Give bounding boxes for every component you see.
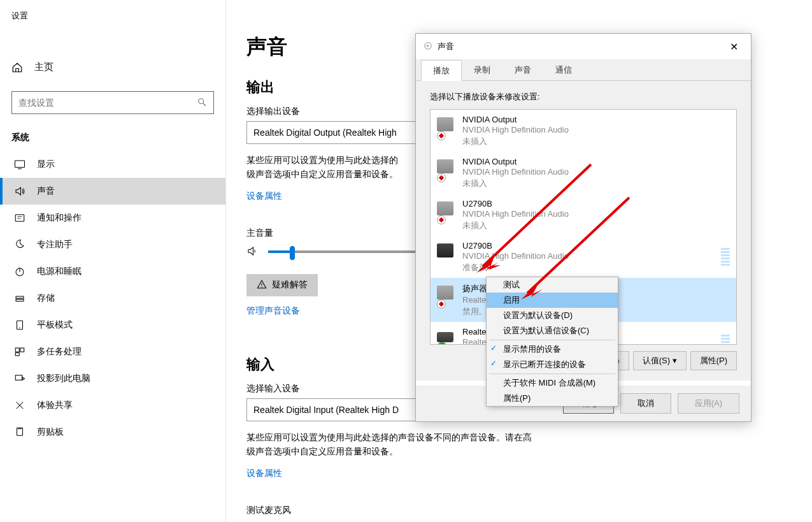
- app-title: 设置: [0, 0, 225, 32]
- sidebar-item-8[interactable]: 投影到此电脑: [0, 365, 225, 392]
- context-menu: 测试启用设置为默认设备(D)设置为默认通信设备(C)✓显示禁用的设备✓显示已断开…: [486, 277, 618, 407]
- cancel-button[interactable]: 取消: [620, 393, 671, 414]
- sidebar-item-5[interactable]: 存储: [0, 285, 225, 312]
- device-item-2[interactable]: U2790BNVIDIA High Definition Audio未插入: [431, 194, 736, 236]
- dialog-titlebar: 声音 ✕: [416, 34, 751, 59]
- input-properties-link[interactable]: 设备属性: [246, 468, 282, 479]
- svg-rect-2: [15, 161, 25, 168]
- level-meter-icon: [721, 248, 730, 266]
- nav-label: 投影到此电脑: [37, 373, 90, 384]
- input-desc: 某些应用可以设置为使用与此处选择的声音设备不同的声音设备。请在高级声音选项中自定…: [246, 430, 578, 459]
- close-icon[interactable]: ✕: [725, 38, 743, 55]
- device-sub: NVIDIA High Definition Audio未插入: [462, 208, 730, 231]
- svg-rect-16: [15, 375, 22, 381]
- ctx-separator: [489, 373, 615, 374]
- device-item-0[interactable]: NVIDIA OutputNVIDIA High Definition Audi…: [431, 110, 736, 152]
- nav-label: 通知和操作: [37, 212, 82, 224]
- ctx-item-0[interactable]: 测试: [487, 277, 618, 293]
- device-name: NVIDIA Output: [462, 115, 730, 124]
- device-sub: NVIDIA High Definition Audio未插入: [462, 124, 730, 147]
- device-icon: [437, 199, 456, 224]
- home-icon: [11, 62, 23, 73]
- device-icon: [437, 157, 456, 182]
- nav-icon-6: [14, 319, 25, 331]
- sidebar-item-2[interactable]: 通知和操作: [0, 205, 225, 231]
- ctx-item-5[interactable]: ✓显示禁用的设备: [487, 342, 618, 357]
- sidebar-item-1[interactable]: 声音: [0, 178, 225, 205]
- device-sub: NVIDIA High Definition Audio未插入: [462, 166, 730, 189]
- output-properties-link[interactable]: 设备属性: [246, 191, 282, 202]
- properties-button[interactable]: 属性(P): [690, 351, 737, 370]
- ctx-item-9[interactable]: 属性(P): [487, 391, 618, 406]
- search-input[interactable]: [11, 91, 214, 114]
- dialog-tab-0[interactable]: 播放: [421, 60, 462, 81]
- svg-line-1: [203, 103, 206, 106]
- device-name: U2790B: [462, 199, 730, 208]
- ctx-item-3[interactable]: 设置为默认通信设备(C): [487, 323, 618, 338]
- nav-icon-1: [14, 185, 25, 197]
- dialog-tab-3[interactable]: 通信: [543, 59, 584, 80]
- svg-point-0: [199, 98, 204, 103]
- nav-icon-3: [14, 239, 25, 250]
- search-icon: [197, 97, 207, 109]
- nav-label: 多任务处理: [37, 346, 82, 358]
- device-item-1[interactable]: NVIDIA OutputNVIDIA High Definition Audi…: [431, 152, 736, 194]
- sidebar-item-4[interactable]: 电源和睡眠: [0, 258, 225, 285]
- nav-label: 体验共享: [37, 400, 73, 411]
- test-mic-label: 测试麦克风: [246, 505, 812, 516]
- sidebar-item-6[interactable]: 平板模式: [0, 312, 225, 338]
- svg-point-12: [19, 328, 20, 329]
- default-badge-icon: ✓: [437, 342, 447, 345]
- dialog-tab-1[interactable]: 录制: [462, 59, 502, 80]
- nav-icon-8: [14, 373, 25, 384]
- device-icon: [437, 241, 456, 266]
- warning-icon: [257, 279, 267, 291]
- ctx-item-8[interactable]: 关于软件 MIDI 合成器(M): [487, 375, 618, 391]
- sidebar-item-0[interactable]: 显示: [0, 151, 225, 178]
- sidebar-item-7[interactable]: 多任务处理: [0, 338, 225, 365]
- check-icon: ✓: [490, 344, 497, 352]
- check-icon: ✓: [490, 359, 497, 368]
- nav-label: 电源和睡眠: [37, 266, 82, 277]
- nav-icon-9: [14, 400, 25, 411]
- nav-icon-0: [14, 159, 25, 170]
- sidebar-item-9[interactable]: 体验共享: [0, 392, 225, 419]
- svg-rect-15: [15, 353, 19, 356]
- svg-rect-9: [16, 296, 24, 298]
- svg-rect-4: [15, 215, 24, 222]
- ctx-item-2[interactable]: 设置为默认设备(D): [487, 308, 618, 323]
- manage-devices-link[interactable]: 管理声音设备: [246, 305, 300, 317]
- sound-dialog-icon: [424, 41, 432, 52]
- device-name: NVIDIA Output: [462, 157, 730, 166]
- device-item-3[interactable]: U2790BNVIDIA High Definition Audio准备就: [431, 236, 736, 278]
- ctx-item-1[interactable]: 启用: [487, 293, 618, 308]
- nav-icon-4: [14, 266, 25, 277]
- set-default-button[interactable]: 认值(S) ▾: [633, 351, 687, 370]
- unplugged-badge-icon: [437, 215, 446, 224]
- search-field[interactable]: [18, 98, 179, 108]
- unplugged-badge-icon: [437, 131, 446, 140]
- nav-label: 存储: [37, 293, 55, 304]
- volume-slider[interactable]: [268, 250, 427, 253]
- dialog-tabs: 播放录制声音通信: [416, 59, 751, 81]
- input-device-select[interactable]: Realtek Digital Input (Realtek High D: [246, 398, 444, 421]
- sidebar-item-3[interactable]: 专注助手: [0, 231, 225, 258]
- ctx-item-6[interactable]: ✓显示已断开连接的设备: [487, 357, 618, 372]
- nav-label: 显示: [37, 159, 55, 170]
- sidebar-item-10[interactable]: 剪贴板: [0, 419, 225, 446]
- sidebar-home[interactable]: 主页: [0, 55, 225, 80]
- speaker-icon: [246, 245, 258, 259]
- nav-label: 剪贴板: [37, 426, 64, 438]
- level-meter-icon: [721, 335, 730, 345]
- nav-icon-5: [14, 293, 25, 304]
- svg-point-19: [261, 286, 262, 287]
- device-icon: ✓: [437, 327, 456, 345]
- nav-label: 声音: [37, 185, 55, 197]
- svg-rect-10: [16, 300, 24, 301]
- dialog-tab-2[interactable]: 声音: [502, 59, 543, 80]
- nav-icon-2: [14, 212, 25, 224]
- dialog-title: 声音: [438, 41, 454, 52]
- output-device-select[interactable]: Realtek Digital Output (Realtek High: [246, 121, 444, 144]
- troubleshoot-button[interactable]: 疑难解答: [246, 274, 318, 296]
- apply-button[interactable]: 应用(A): [678, 393, 739, 414]
